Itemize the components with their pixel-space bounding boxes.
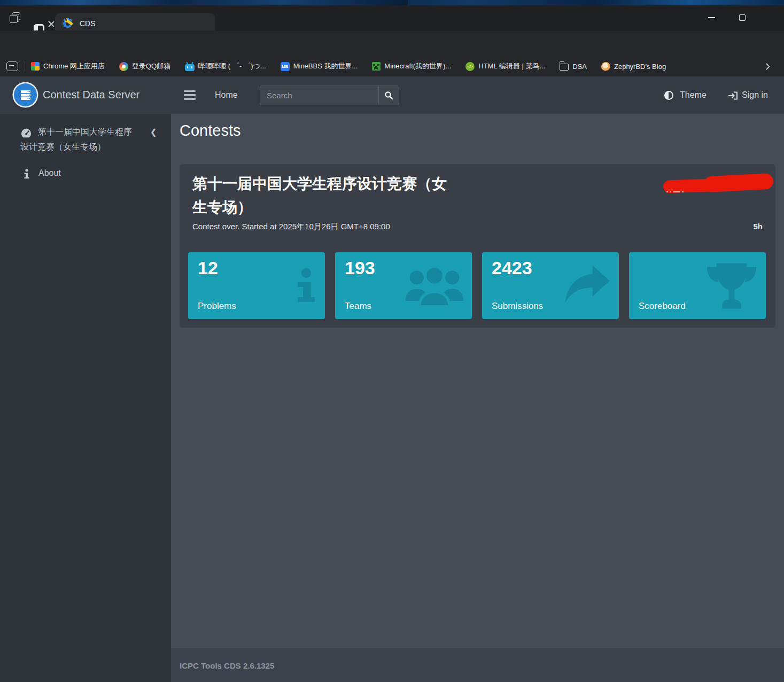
browser-tab-bar: CDS <box>0 5 784 30</box>
bookmark-dsa-folder[interactable]: DSA <box>560 62 587 71</box>
submissions-label: Submissions <box>492 301 543 312</box>
contest-title-line2: 生专场） <box>192 197 252 218</box>
bookmarks-bar: Chrome 网上应用店 登录QQ邮箱 哔哩哔哩 ( ゜- ゜)つ... MB … <box>0 56 784 76</box>
problems-count: 12 <box>198 258 218 278</box>
app-sidebar <box>0 114 171 682</box>
contest-card: 第十一届中国大学生程序设计竞赛（女 生专场） Contest over. Sta… <box>180 164 775 328</box>
bookmark-label: DSA <box>572 63 587 71</box>
sign-in-icon[interactable] <box>728 91 738 100</box>
bookmark-label: Minecraft(我的世界)... <box>384 61 451 71</box>
cds-logo[interactable] <box>14 83 37 106</box>
stat-card-scoreboard[interactable]: Scoreboard <box>629 252 766 319</box>
bookmark-html-editor[interactable]: HTML 编辑器 | 菜鸟... <box>465 61 545 71</box>
contest-name-line2: 设计竞赛（女生专场） <box>20 142 106 153</box>
page-title: Contests <box>180 122 240 140</box>
search-form <box>260 86 399 105</box>
bookmark-minebbs[interactable]: MB MineBBS 我的世界... <box>281 61 358 71</box>
search-button[interactable] <box>378 86 399 105</box>
collapse-chevron-icon: ❮ <box>150 127 157 137</box>
footer-version: ICPC Tools CDS 2.6.1325 <box>180 661 274 670</box>
share-arrow-icon <box>560 264 611 308</box>
stat-card-teams[interactable]: 193 Teams <box>335 252 472 319</box>
bookmark-label: ZephyrBD's Blog <box>614 63 666 71</box>
cds-favicon-icon <box>64 19 74 29</box>
gauge-icon <box>20 128 32 138</box>
hamburger-menu-icon[interactable] <box>184 90 196 102</box>
bookmark-label: MineBBS 我的世界... <box>293 61 358 71</box>
sign-in-link[interactable]: Sign in <box>742 90 768 100</box>
stats-row: 12 Problems 193 Teams 2423 Submissions <box>188 252 766 319</box>
search-icon <box>384 91 393 100</box>
stat-card-submissions[interactable]: 2423 Submissions <box>482 252 619 319</box>
bilibili-icon <box>185 64 195 71</box>
folder-icon <box>560 64 569 71</box>
tab-actions-icon[interactable] <box>10 12 21 24</box>
stat-card-problems[interactable]: 12 Problems <box>188 252 325 319</box>
contest-status: Contest over. Started at 2025年10月26日 GMT… <box>192 222 390 232</box>
bookmark-minecraft[interactable]: Minecraft(我的世界)... <box>372 61 451 71</box>
desktop-wallpaper <box>0 0 784 5</box>
contest-duration: 5h <box>753 222 763 231</box>
server-stack-icon <box>19 89 32 102</box>
bookmarks-divider <box>25 61 25 72</box>
search-input[interactable] <box>260 86 378 105</box>
window-minimize-button[interactable] <box>708 17 715 18</box>
chrome-store-icon <box>31 62 40 71</box>
problems-label: Problems <box>198 301 236 312</box>
sidebar-toggle-icon[interactable] <box>6 61 18 71</box>
people-icon <box>405 263 464 309</box>
minecraft-creeper-icon <box>372 62 381 71</box>
trophy-icon <box>705 261 758 311</box>
theme-icon[interactable] <box>664 91 673 100</box>
qq-mail-icon <box>119 62 128 71</box>
window-maximize-button[interactable] <box>739 14 746 21</box>
teams-count: 193 <box>345 258 375 278</box>
bookmark-label: Chrome 网上应用店 <box>43 61 105 71</box>
submissions-count: 2423 <box>492 258 532 278</box>
theme-toggle[interactable]: Theme <box>680 90 707 100</box>
bookmark-qq-mail[interactable]: 登录QQ邮箱 <box>119 61 170 71</box>
contest-name-line1: 第十一届中国大学生程序 <box>38 127 132 138</box>
nav-home-link[interactable]: Home <box>215 90 238 100</box>
bookmark-label: HTML 编辑器 | 菜鸟... <box>478 61 545 71</box>
html-editor-icon <box>465 62 475 71</box>
tab-close-icon[interactable] <box>48 20 55 28</box>
teams-label: Teams <box>345 301 371 312</box>
tab-title: CDS <box>80 19 96 28</box>
blog-avatar-icon <box>601 62 610 71</box>
brand-title: Contest Data Server <box>43 89 139 101</box>
about-label: About <box>38 168 61 178</box>
info-icon <box>295 260 317 312</box>
browser-toolbar: 不安全 https://127.0.0.1:8443 aあ A) ABP N 1… <box>0 30 784 56</box>
bookmark-label: 登录QQ邮箱 <box>132 61 170 71</box>
app-footer: ICPC Tools CDS 2.6.1325 <box>171 648 784 682</box>
info-icon <box>24 169 30 179</box>
bookmark-chrome-store[interactable]: Chrome 网上应用店 <box>31 61 105 71</box>
scoreboard-label: Scoreboard <box>639 301 686 312</box>
redaction-scribble <box>660 170 773 195</box>
bookmark-bilibili[interactable]: 哔哩哔哩 ( ゜- ゜)つ... <box>185 61 266 71</box>
more-bookmarks-chevron-icon[interactable] <box>763 63 770 70</box>
contest-title-line1: 第十一届中国大学生程序设计竞赛（女 <box>192 174 447 194</box>
minebbs-icon: MB <box>281 62 290 71</box>
bookmark-zephyrbd-blog[interactable]: ZephyrBD's Blog <box>601 62 666 71</box>
bookmark-label: 哔哩哔哩 ( ゜- ゜)つ... <box>198 61 266 71</box>
